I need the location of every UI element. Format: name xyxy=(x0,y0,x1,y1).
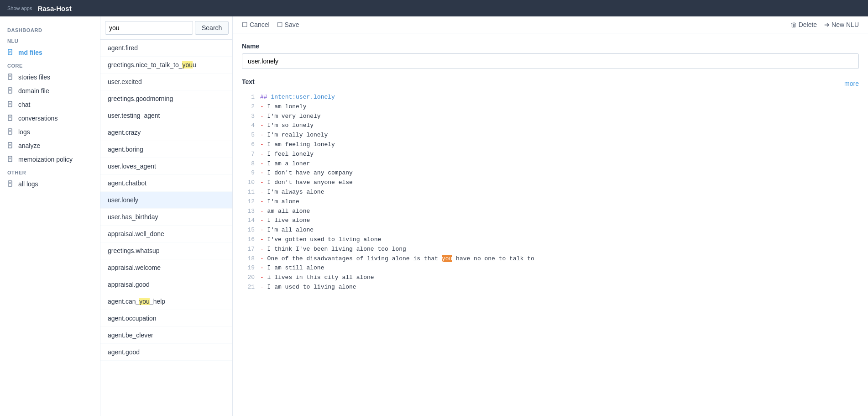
code-line-7: 7 - I feel lonely xyxy=(242,150,859,159)
code-line-12: 12 - I'm alone xyxy=(242,197,859,207)
list-item[interactable]: agent.occupation xyxy=(100,310,232,327)
code-line-19: 19 - I am still alone xyxy=(242,263,859,273)
line-content: - I'm so lonely xyxy=(260,121,314,131)
line-content: - I'm very lonely xyxy=(260,112,321,121)
list-item-text: greetings.nice_to_talk_to_youu xyxy=(108,61,196,68)
line-num: 21 xyxy=(242,283,260,292)
show-apps-label[interactable]: Show apps xyxy=(7,5,32,11)
cancel-button[interactable]: ☐ Cancel xyxy=(242,21,270,28)
middle-panel: Search agent.fired greetings.nice_to_tal… xyxy=(100,16,233,416)
list-item-text: greetings.goodmorning xyxy=(108,95,173,102)
code-line-16: 16 - I've gotten used to living alone xyxy=(242,235,859,245)
line-num: 7 xyxy=(242,150,260,159)
sidebar-item-all-logs[interactable]: all logs xyxy=(0,177,100,191)
line-num: 5 xyxy=(242,131,260,140)
list-item[interactable]: user.testing_agent xyxy=(100,107,232,124)
code-line-11: 11 - I'm always alone xyxy=(242,188,859,197)
search-button[interactable]: Search xyxy=(195,21,229,35)
file-icon-domain xyxy=(7,87,15,95)
list-item-text: user.has_birthday xyxy=(108,213,158,221)
line-content: - I am lonely xyxy=(260,102,306,112)
sidebar-item-logs[interactable]: logs xyxy=(0,125,100,139)
line-content: - I'm always alone xyxy=(260,188,324,197)
list-item-text: user.excited xyxy=(108,78,142,85)
sidebar-item-domain-file[interactable]: domain file xyxy=(0,84,100,98)
line-content: - I don't have any company xyxy=(260,169,353,178)
content-area: Name Text more 1 ## intent:user.lonely 2… xyxy=(233,33,868,416)
code-line-2: 2 - I am lonely xyxy=(242,102,859,112)
app-name-label: Rasa-Host xyxy=(37,5,71,12)
code-line-9: 9 - I don't have any company xyxy=(242,169,859,178)
line-content: - I'm all alone xyxy=(260,226,314,235)
list-item[interactable]: greetings.whatsup xyxy=(100,242,232,259)
list-item-user-lonely[interactable]: user.lonely xyxy=(100,192,232,209)
list-item[interactable]: greetings.nice_to_talk_to_youu xyxy=(100,57,232,74)
list-item[interactable]: agent.be_clever xyxy=(100,327,232,344)
sidebar-item-conversations[interactable]: conversations xyxy=(0,111,100,125)
list-item[interactable]: agent.good xyxy=(100,344,232,361)
file-icon-chat xyxy=(7,101,15,108)
sidebar-item-md-files[interactable]: md files xyxy=(0,46,100,59)
code-line-8: 8 - I am a loner xyxy=(242,159,859,169)
list-item[interactable]: appraisal.good xyxy=(100,276,232,293)
list-item[interactable]: user.loves_agent xyxy=(100,158,232,175)
line-num: 3 xyxy=(242,112,260,121)
text-field-label: Text xyxy=(242,78,255,85)
line-num: 19 xyxy=(242,263,260,273)
code-line-15: 15 - I'm all alone xyxy=(242,226,859,235)
list-item-user-excited[interactable]: user.excited xyxy=(100,74,232,90)
new-nlu-button[interactable]: ➔ New NLU xyxy=(824,21,859,28)
line-content: - I am a loner xyxy=(260,159,310,169)
search-bar: Search xyxy=(100,16,232,40)
search-input[interactable] xyxy=(105,21,193,35)
code-block: 1 ## intent:user.lonely 2 - I am lonely … xyxy=(242,93,859,292)
main-layout: DASHBOARD NLU md files CORE stories file… xyxy=(0,16,868,416)
line-content: - I am still alone xyxy=(260,263,324,273)
line-num: 10 xyxy=(242,178,260,188)
list-item[interactable]: agent.boring xyxy=(100,141,232,158)
list-item-text: appraisal.welcome xyxy=(108,264,161,271)
file-icon-all-logs xyxy=(7,180,15,188)
list-item-text: agent.crazy xyxy=(108,129,141,136)
line-num: 14 xyxy=(242,216,260,226)
line-content: - I'm alone xyxy=(260,197,299,207)
list-item[interactable]: agent.can_you_help xyxy=(100,293,232,310)
name-input[interactable] xyxy=(242,53,859,69)
list-item[interactable]: greetings.goodmorning xyxy=(100,90,232,107)
cancel-icon: ☐ xyxy=(242,21,248,28)
sidebar-item-chat[interactable]: chat xyxy=(0,98,100,111)
list-item[interactable]: agent.chatbot xyxy=(100,175,232,192)
save-icon: ☐ xyxy=(277,21,283,28)
line-num: 9 xyxy=(242,169,260,178)
sidebar-item-stories-files[interactable]: stories files xyxy=(0,70,100,84)
line-content: ## intent:user.lonely xyxy=(260,93,335,102)
sidebar-item-all-logs-label: all logs xyxy=(18,180,38,188)
line-num: 18 xyxy=(242,254,260,264)
code-line-13: 13 - am all alone xyxy=(242,207,859,216)
save-button[interactable]: ☐ Save xyxy=(277,21,299,28)
sidebar-item-domain-file-label: domain file xyxy=(18,87,49,95)
action-bar: ☐ Cancel ☐ Save 🗑 Delete ➔ New NLU xyxy=(233,16,868,33)
line-content: - I'm really lonely xyxy=(260,131,328,140)
list-item[interactable]: appraisal.well_done xyxy=(100,226,232,242)
list-item[interactable]: appraisal.welcome xyxy=(100,259,232,276)
list-item-text: agent.be_clever xyxy=(108,332,153,339)
list-item-text: agent.chatbot xyxy=(108,179,146,187)
list-item[interactable]: agent.fired xyxy=(100,40,232,57)
more-link[interactable]: more xyxy=(844,80,859,87)
line-content: - I've gotten used to living alone xyxy=(260,235,381,245)
code-line-6: 6 - I am feeling lonely xyxy=(242,140,859,150)
sidebar-item-memoization-policy[interactable]: memoization policy xyxy=(0,153,100,166)
delete-button[interactable]: 🗑 Delete xyxy=(790,21,817,28)
delete-label: Delete xyxy=(799,21,817,28)
topbar: Show apps Rasa-Host xyxy=(0,0,868,16)
list-item-text: agent.can_you_help xyxy=(108,298,165,305)
line-content: - am all alone xyxy=(260,207,310,216)
sidebar-item-analyze[interactable]: analyze xyxy=(0,139,100,153)
line-num: 8 xyxy=(242,159,260,169)
section-dashboard: DASHBOARD xyxy=(0,24,100,35)
sidebar: DASHBOARD NLU md files CORE stories file… xyxy=(0,16,100,416)
list-item-text: user.testing_agent xyxy=(108,112,160,119)
list-item[interactable]: user.has_birthday xyxy=(100,209,232,226)
list-item[interactable]: agent.crazy xyxy=(100,124,232,141)
